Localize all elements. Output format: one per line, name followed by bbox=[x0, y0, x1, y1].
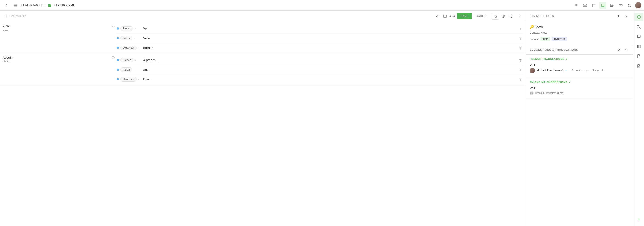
tmt-arrow: ▾ bbox=[569, 81, 570, 84]
spell-check-icon-about-french[interactable] bbox=[518, 58, 523, 63]
strip-comment-button[interactable] bbox=[634, 32, 643, 41]
avatar[interactable] bbox=[635, 2, 641, 8]
lang-badge-arrow-it: › bbox=[134, 37, 134, 39]
filter-icon-btn[interactable] bbox=[572, 2, 580, 9]
back-button[interactable] bbox=[3, 2, 10, 9]
lang-value-view-italian[interactable]: Vista bbox=[143, 35, 516, 41]
strip-search-file-button[interactable] bbox=[634, 62, 643, 71]
lang-dot-french bbox=[117, 27, 119, 30]
filter-button[interactable] bbox=[433, 12, 440, 20]
spell-check-icon-view-french[interactable] bbox=[518, 26, 523, 32]
more-icon bbox=[518, 14, 521, 18]
strip-info-button[interactable] bbox=[634, 12, 643, 21]
file-name: STRINGS.XML bbox=[54, 3, 75, 7]
more-button[interactable] bbox=[516, 12, 523, 20]
lang-value-about-french[interactable]: À propos... bbox=[143, 57, 516, 62]
left-panel: Search in file 4 · 4 SAVE CANCEL bbox=[0, 11, 526, 226]
info-icon bbox=[637, 15, 641, 19]
columns-button[interactable] bbox=[442, 12, 448, 20]
search-file-icon bbox=[637, 64, 641, 68]
string-key-view: View view bbox=[3, 24, 110, 31]
breadcrumb-arrow: › bbox=[44, 3, 46, 7]
svg-rect-30 bbox=[495, 16, 497, 17]
lang-value-about-ukrainian[interactable]: Про... bbox=[143, 77, 516, 82]
string-list: View view bbox=[0, 21, 526, 226]
spell-check-icon-view-italian[interactable] bbox=[518, 36, 523, 41]
string-key-name-view: View bbox=[3, 24, 110, 28]
lang-badge-arrow-ai: › bbox=[134, 68, 134, 71]
translation-item-voir: Voir Michael Ross (m.ross) ✓ · 9 months … bbox=[530, 63, 630, 73]
key-icon: 🔑 bbox=[530, 25, 534, 29]
expand-button[interactable] bbox=[623, 13, 630, 19]
svg-point-24 bbox=[629, 5, 630, 6]
french-translations-arrow: ▾ bbox=[566, 57, 567, 60]
save-button[interactable]: SAVE bbox=[457, 13, 472, 19]
split-view-icon-btn[interactable] bbox=[599, 2, 606, 9]
tmt-value-voir: Voir bbox=[530, 86, 630, 90]
svg-rect-12 bbox=[585, 5, 586, 7]
lang-badge-wrap-italian: Italian › bbox=[117, 35, 141, 40]
lang-actions-view-ukrainian bbox=[518, 45, 523, 51]
strip-file-button[interactable] bbox=[634, 52, 643, 61]
strip-add-button[interactable] bbox=[634, 215, 643, 224]
settings-icon-btn[interactable] bbox=[626, 2, 633, 9]
add-button[interactable] bbox=[500, 12, 507, 20]
crowdin-icon bbox=[530, 91, 534, 95]
context-value: view bbox=[541, 31, 547, 34]
lang-badge-arrow-uk: › bbox=[138, 46, 139, 49]
right-panel: STRING DETAILS 🔑 view bbox=[526, 11, 633, 226]
lang-badge-french: French bbox=[120, 26, 134, 31]
menu-button[interactable] bbox=[12, 2, 19, 9]
main-layout: Search in file 4 · 4 SAVE CANCEL bbox=[0, 11, 644, 226]
string-details-title: STRING DETAILS bbox=[530, 14, 615, 18]
lang-actions-about-ukrainian bbox=[518, 77, 523, 82]
lang-value-view-french[interactable]: Voir bbox=[143, 26, 516, 31]
lang-actions-view-french bbox=[518, 26, 523, 32]
spell-check-icon-view-ukrainian[interactable] bbox=[518, 45, 523, 51]
tmt-meta-voir: Crowdin Translate (beta) bbox=[530, 91, 630, 95]
lang-badge-arrow-au: › bbox=[138, 78, 139, 81]
tag-icon-view[interactable] bbox=[112, 24, 115, 28]
string-row-view: View view bbox=[0, 21, 526, 53]
lang-entry-about-ukrainian: Ukrainian › Про... bbox=[117, 75, 523, 84]
string-details-actions bbox=[615, 13, 630, 19]
file-icon bbox=[637, 54, 641, 58]
lang-value-view-ukrainian[interactable]: Вигляд bbox=[143, 45, 516, 50]
tmt-source: Crowdin Translate (beta) bbox=[535, 92, 564, 95]
string-key-slug-about: about bbox=[3, 60, 110, 63]
spell-check-icon-about-italian[interactable] bbox=[518, 67, 523, 73]
strip-translate-button[interactable] bbox=[634, 22, 643, 31]
list-view-icon-btn[interactable] bbox=[590, 2, 598, 9]
lang-actions-about-italian bbox=[518, 67, 523, 73]
inbox-icon-btn[interactable] bbox=[608, 2, 616, 9]
string-key-slug-view: view bbox=[3, 28, 110, 31]
grid-view-icon-btn[interactable] bbox=[582, 2, 588, 9]
copy-button[interactable] bbox=[492, 12, 499, 20]
lang-badge-wrap-about-italian: Italian › bbox=[117, 67, 141, 72]
lang-badge-about-french: French bbox=[120, 58, 134, 62]
avatar-image bbox=[635, 2, 641, 8]
label-tag-android: ANDROID bbox=[552, 37, 567, 41]
translate-icon bbox=[637, 25, 641, 29]
string-row-about: About... about bbox=[0, 53, 526, 84]
cancel-button[interactable]: CANCEL bbox=[473, 13, 491, 19]
strip-table-button[interactable] bbox=[634, 42, 643, 51]
lang-value-about-italian[interactable]: Su... bbox=[143, 67, 516, 72]
pin-button[interactable] bbox=[615, 13, 622, 19]
lang-actions-view-italian bbox=[518, 35, 523, 41]
columns-icon bbox=[443, 14, 447, 18]
remove-button[interactable] bbox=[508, 12, 515, 20]
suggestions-expand-icon[interactable] bbox=[623, 47, 630, 53]
keyboard-icon-btn[interactable] bbox=[617, 2, 624, 9]
suggestions-close-icon[interactable] bbox=[616, 47, 622, 53]
svg-rect-11 bbox=[584, 5, 585, 7]
lang-entries-view: French › Voir bbox=[117, 24, 523, 53]
tmt-group-label[interactable]: TM AND MT SUGGESTIONS bbox=[530, 81, 567, 84]
tag-icon-about[interactable] bbox=[112, 56, 115, 59]
string-actions-view bbox=[112, 24, 115, 28]
french-translations-label[interactable]: FRENCH TRANSLATIONS bbox=[530, 57, 564, 60]
svg-rect-14 bbox=[592, 5, 595, 5]
spell-check-icon-about-ukrainian[interactable] bbox=[518, 77, 523, 82]
top-bar-right bbox=[572, 2, 641, 9]
suggestions-title: SUGGESTIONS & TRANSLATIONS bbox=[530, 48, 616, 51]
